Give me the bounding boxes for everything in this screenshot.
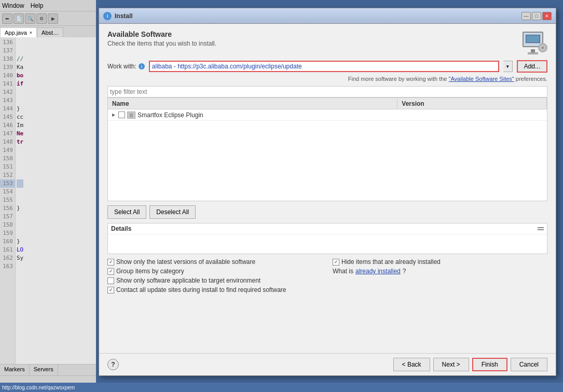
add-button[interactable]: Add... <box>517 60 547 73</box>
status-url: http://blog.csdn.net/qazwsxpem <box>2 385 75 390</box>
help-button[interactable]: ? <box>107 359 119 370</box>
modal-footer: ? < Back Next > Finish Cancel <box>99 353 556 375</box>
modal-titlebar: i Install — □ ✕ <box>99 8 556 24</box>
already-installed-link[interactable]: already installed <box>355 268 401 275</box>
details-header: Details <box>108 223 547 234</box>
option-target-env-label: Show only software applicable to target … <box>116 277 260 284</box>
status-bar: http://blog.csdn.net/qazwsxpem <box>0 383 563 392</box>
cancel-button[interactable]: Cancel <box>511 358 547 371</box>
find-more-text: Find more software by working with the "… <box>107 76 547 82</box>
work-with-dropdown[interactable]: ▼ <box>503 61 513 72</box>
filter-row <box>107 86 547 97</box>
option-hide-installed: Hide items that are already installed <box>333 258 547 265</box>
option-group-category-label: Group items by category <box>116 268 184 275</box>
modal-title: Install <box>115 12 521 20</box>
tab-appjava[interactable]: App.java × <box>0 27 37 37</box>
work-with-input[interactable] <box>149 61 499 72</box>
back-button[interactable]: < Back <box>393 358 430 371</box>
modal-header-left: Available Software Check the items that … <box>107 30 216 47</box>
modal-window-buttons: — □ ✕ <box>521 12 552 20</box>
header-icon-container <box>523 30 547 55</box>
options-section: Show only the latest versions of availab… <box>107 258 547 297</box>
table-header: Name Version <box>108 98 547 109</box>
work-with-label: Work with: i <box>107 63 145 70</box>
option-show-latest-checkbox[interactable] <box>107 259 114 265</box>
option-show-latest-label: Show only the latest versions of availab… <box>116 258 255 265</box>
modal-header-section: Available Software Check the items that … <box>107 30 547 55</box>
row-package-icon: ||| <box>127 111 135 119</box>
available-software-subtitle: Check the items that you wish to install… <box>107 40 216 47</box>
install-dialog: i Install — □ ✕ Available Software Check… <box>99 8 556 376</box>
option-hide-installed-checkbox[interactable] <box>333 259 339 265</box>
option-show-latest: Show only the latest versions of availab… <box>107 258 322 265</box>
next-button[interactable]: Next > <box>433 358 469 371</box>
modal-restore-button[interactable]: □ <box>532 12 541 20</box>
option-question-mark: ? <box>403 268 406 275</box>
option-group-category-checkbox[interactable] <box>107 268 114 275</box>
table-header-name: Name <box>108 98 397 109</box>
software-table: Name Version ▶ ||| Smartfox Eclipse Plug… <box>107 97 547 201</box>
modal-body: Available Software Check the items that … <box>99 24 556 353</box>
modal-icon-symbol: i <box>107 13 108 19</box>
modal-minimize-button[interactable]: — <box>521 12 531 20</box>
modal-dialog-icon: i <box>103 12 112 20</box>
table-row: ▶ ||| Smartfox Eclipse Plugin <box>108 109 547 121</box>
filter-input[interactable] <box>110 88 545 95</box>
work-with-row: Work with: i ▼ Add... <box>107 60 547 73</box>
modal-close-button[interactable]: ✕ <box>542 12 552 20</box>
select-all-button[interactable]: Select All <box>107 205 146 219</box>
option-what-is-label: What is <box>333 268 353 275</box>
row-checkbox[interactable] <box>118 111 125 118</box>
modal-overlay: i Install — □ ✕ Available Software Check… <box>0 0 563 392</box>
row-expand-toggle[interactable]: ▶ <box>110 111 117 119</box>
available-software-title: Available Software <box>107 30 216 38</box>
option-hide-installed-label: Hide items that are already installed <box>341 258 441 265</box>
option-group-category: Group items by category <box>107 268 322 275</box>
deselect-all-button[interactable]: Deselect All <box>149 205 196 219</box>
tab-appjava-label: App.java <box>5 30 27 36</box>
available-software-sites-link[interactable]: "Available Software Sites" <box>449 76 514 82</box>
details-section: Details <box>107 223 547 254</box>
option-already-installed-link-row: What is already installed ? <box>333 268 547 275</box>
option-contact-sites-label: Contact all update sites during install … <box>116 286 286 293</box>
tab-appjava-close[interactable]: × <box>30 30 32 35</box>
option-contact-update-sites: Contact all update sites during install … <box>107 286 547 293</box>
option-target-env: Show only software applicable to target … <box>107 277 322 284</box>
details-label: Details <box>111 225 131 232</box>
row-name: Smartfox Eclipse Plugin <box>138 111 409 119</box>
table-header-version: Version <box>397 98 547 109</box>
work-with-info-icon[interactable]: i <box>139 63 145 69</box>
select-buttons-row: Select All Deselect All <box>107 201 547 223</box>
table-body: ▶ ||| Smartfox Eclipse Plugin <box>108 109 547 201</box>
finish-button[interactable]: Finish <box>472 358 507 371</box>
option-target-env-checkbox[interactable] <box>107 277 114 284</box>
option-contact-sites-checkbox[interactable] <box>107 287 114 293</box>
